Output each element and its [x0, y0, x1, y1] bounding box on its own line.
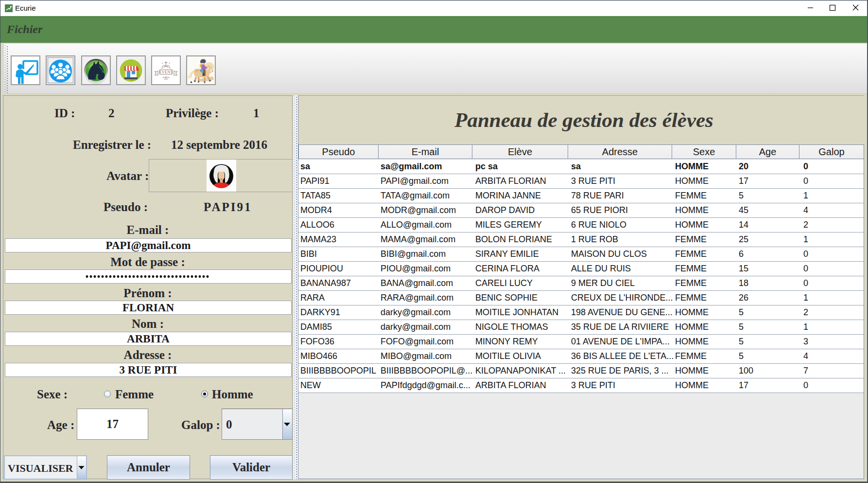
- svg-text:EVENT: EVENT: [159, 70, 173, 74]
